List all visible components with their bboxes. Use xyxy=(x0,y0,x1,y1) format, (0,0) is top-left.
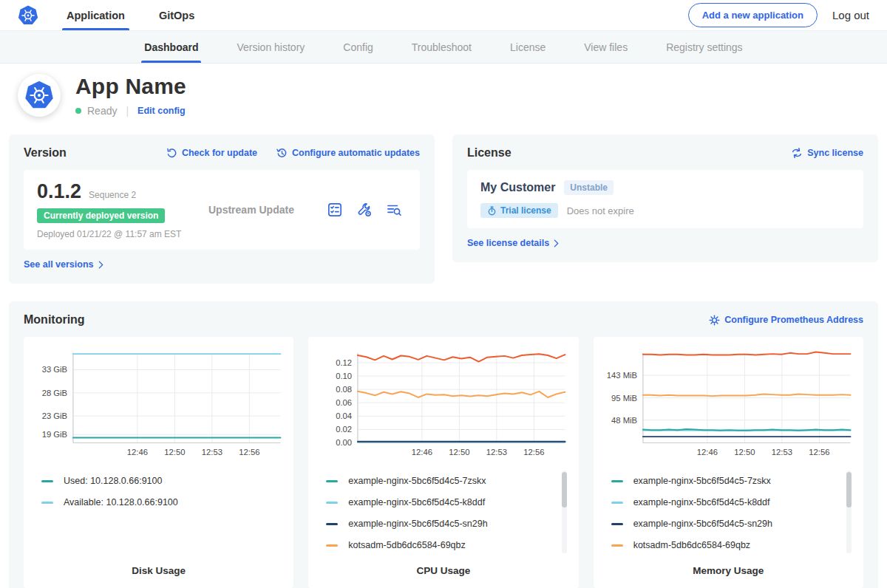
refresh-icon xyxy=(166,148,177,159)
version-number: 0.1.2 xyxy=(37,180,81,203)
legend-item[interactable]: example-nginx-5bc6f5d4c5-7zskx xyxy=(611,471,841,492)
tab-dashboard[interactable]: Dashboard xyxy=(125,31,217,63)
legend-item[interactable]: example-nginx-5bc6f5d4c5-k8ddf xyxy=(611,492,841,513)
legend-label: kotsadm-5db6dc6584-69qbz xyxy=(633,540,750,550)
cpu-chart-legend: example-nginx-5bc6f5d4c5-7zskxexample-ng… xyxy=(326,471,566,561)
legend-label: kotsadm-5db6dc6584-69qbz xyxy=(348,540,465,550)
legend-item[interactable]: Used: 10.128.0.66:9100 xyxy=(41,471,271,492)
svg-text:48 MiB: 48 MiB xyxy=(611,416,637,425)
svg-text:143 MiB: 143 MiB xyxy=(606,371,636,380)
legend-scrollbar[interactable] xyxy=(846,471,852,553)
svg-text:19 GiB: 19 GiB xyxy=(42,430,67,439)
app-header: App Name Ready | Edit config xyxy=(0,64,887,130)
tab-view-files[interactable]: View files xyxy=(565,31,647,63)
page-title: App Name xyxy=(75,74,186,99)
disk-chart-title: Disk Usage xyxy=(33,565,285,576)
edit-config-link[interactable]: Edit config xyxy=(137,106,186,116)
top-nav-tabs: ApplicationGitOps xyxy=(65,0,227,30)
tab-version-history[interactable]: Version history xyxy=(217,31,324,63)
kubernetes-app-icon xyxy=(24,81,54,110)
version-sequence: Sequence 2 xyxy=(89,190,136,200)
disk-usage-chart-card: 12:4612:5012:5312:5633 GiB28 GiB23 GiB19… xyxy=(24,337,293,588)
see-all-versions-link[interactable]: See all versions xyxy=(24,259,103,270)
wrench-gear-icon[interactable] xyxy=(356,202,373,218)
gear-icon xyxy=(709,315,720,326)
cpu-usage-chart-card: 12:4612:5012:5312:560.120.100.080.060.04… xyxy=(308,337,578,588)
chevron-right-icon xyxy=(98,261,103,269)
svg-text:12:53: 12:53 xyxy=(202,448,222,457)
svg-text:12:46: 12:46 xyxy=(412,448,432,457)
tab-registry-settings[interactable]: Registry settings xyxy=(647,31,761,63)
charts-row: 12:4612:5012:5312:5633 GiB28 GiB23 GiB19… xyxy=(24,337,863,588)
disk-chart-plot: 12:4612:5012:5312:5633 GiB28 GiB23 GiB19… xyxy=(33,347,285,465)
legend-scrollbar[interactable] xyxy=(562,471,567,553)
svg-text:0.10: 0.10 xyxy=(336,372,352,380)
svg-text:0.06: 0.06 xyxy=(336,398,352,407)
legend-label: example-nginx-5bc6f5d4c5-7zskx xyxy=(633,476,771,486)
legend-label: Available: 10.128.0.66:9100 xyxy=(64,497,178,507)
status-badge: Ready xyxy=(87,105,117,117)
legend-label: example-nginx-5bc6f5d4c5-sn29h xyxy=(633,519,772,529)
monitoring-card: Monitoring Configure Prometheus Address … xyxy=(9,301,878,588)
svg-text:0.04: 0.04 xyxy=(336,411,352,420)
divider: | xyxy=(126,105,129,117)
legend-item[interactable]: example-nginx-5bc6f5d4c5-7zskx xyxy=(326,471,556,492)
sync-arrows-icon xyxy=(791,147,803,159)
svg-text:12:50: 12:50 xyxy=(164,448,185,457)
top-navbar: ApplicationGitOps Add a new application … xyxy=(0,0,887,31)
legend-color-dash xyxy=(611,523,623,525)
memory-chart-title: Memory Usage xyxy=(602,565,854,576)
legend-color-dash xyxy=(326,544,338,547)
preflight-checks-icon[interactable] xyxy=(327,202,343,218)
svg-text:33 GiB: 33 GiB xyxy=(42,365,67,374)
sync-license-link[interactable]: Sync license xyxy=(791,147,863,159)
legend-item[interactable]: kotsadm-5db6dc6584-69qbz xyxy=(326,535,556,556)
legend-item[interactable]: example-nginx-5bc6f5d4c5-sn29h xyxy=(611,513,841,535)
svg-text:95 MiB: 95 MiB xyxy=(611,394,637,403)
svg-text:12:53: 12:53 xyxy=(486,448,507,457)
version-source: Upstream Update xyxy=(208,204,294,216)
kubernetes-logo-icon xyxy=(18,5,38,26)
svg-text:23 GiB: 23 GiB xyxy=(42,411,67,420)
legend-label: example-nginx-5bc6f5d4c5-sn29h xyxy=(348,519,487,529)
tab-troubleshoot[interactable]: Troubleshoot xyxy=(392,31,491,63)
see-license-details-link[interactable]: See license details xyxy=(467,238,559,248)
stopwatch-icon xyxy=(487,206,497,216)
legend-item[interactable]: Available: 10.128.0.66:9100 xyxy=(41,492,271,513)
legend-color-dash xyxy=(326,480,338,482)
clock-refresh-icon xyxy=(276,148,288,159)
legend-color-dash xyxy=(326,502,338,504)
configure-automatic-updates-link[interactable]: Configure automatic updates xyxy=(276,148,420,159)
legend-color-dash xyxy=(611,544,623,547)
svg-text:12:50: 12:50 xyxy=(734,448,755,457)
file-diff-icon[interactable] xyxy=(386,202,402,218)
top-tab-application[interactable]: Application xyxy=(65,0,126,30)
add-application-button[interactable]: Add a new application xyxy=(688,3,818,27)
legend-color-dash xyxy=(41,480,53,482)
svg-text:12:46: 12:46 xyxy=(127,448,148,457)
memory-chart-plot: 12:4612:5012:5312:56143 MiB95 MiB48 MiB xyxy=(602,347,854,465)
version-card: Version Check for update Configure autom… xyxy=(9,134,435,284)
logout-link[interactable]: Log out xyxy=(832,9,869,21)
configure-prometheus-link[interactable]: Configure Prometheus Address xyxy=(709,315,863,326)
svg-text:0.00: 0.00 xyxy=(336,438,352,447)
legend-scrollbar-thumb[interactable] xyxy=(846,472,852,507)
legend-color-dash xyxy=(611,502,623,504)
chevron-right-icon xyxy=(554,239,559,247)
tab-license[interactable]: License xyxy=(491,31,565,63)
monitoring-title: Monitoring xyxy=(24,313,85,327)
license-summary-row: My Customer Unstable Trial license Does … xyxy=(467,170,863,228)
legend-color-dash xyxy=(326,523,338,525)
legend-label: example-nginx-5bc6f5d4c5-k8ddf xyxy=(633,497,770,507)
legend-label: Used: 10.128.0.66:9100 xyxy=(64,476,162,486)
legend-item[interactable]: example-nginx-5bc6f5d4c5-sn29h xyxy=(326,513,556,535)
legend-item[interactable]: kotsadm-5db6dc6584-69qbz xyxy=(611,535,841,556)
top-tab-gitops[interactable]: GitOps xyxy=(157,0,196,30)
legend-scrollbar-thumb[interactable] xyxy=(562,472,567,507)
svg-text:28 GiB: 28 GiB xyxy=(42,389,67,397)
check-for-update-link[interactable]: Check for update xyxy=(166,148,257,159)
status-dot xyxy=(75,108,81,114)
svg-text:0.08: 0.08 xyxy=(336,385,352,394)
tab-config[interactable]: Config xyxy=(324,31,392,63)
legend-item[interactable]: example-nginx-5bc6f5d4c5-k8ddf xyxy=(326,492,556,513)
